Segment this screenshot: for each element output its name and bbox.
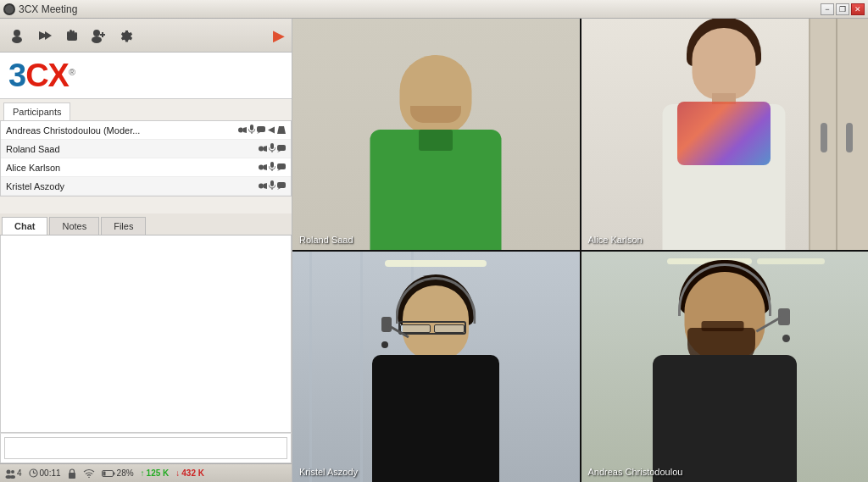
clock-item: 00:11 <box>29 468 61 478</box>
svg-marker-20 <box>268 126 275 133</box>
svg-point-28 <box>259 164 264 169</box>
svg-marker-29 <box>264 164 267 170</box>
person-figure-roland <box>351 30 520 250</box>
mic-icon <box>248 125 255 136</box>
video-cell-kristel: Kristel Aszody <box>292 252 580 483</box>
left-panel: ▶ 3CX® Participants Andreas Christodoulo… <box>0 19 292 482</box>
lens-left <box>400 324 431 333</box>
battery-icon <box>102 469 115 478</box>
participants-spacer <box>0 197 292 213</box>
chat-input[interactable] <box>4 437 287 459</box>
collapse-arrow[interactable]: ▶ <box>273 26 285 45</box>
svg-marker-35 <box>264 183 267 189</box>
mustache <box>701 321 743 331</box>
head <box>400 55 472 136</box>
body <box>372 355 499 482</box>
cabinet <box>809 19 868 250</box>
participant-icons <box>237 125 286 136</box>
participants-tab[interactable]: Participants <box>3 102 70 120</box>
video-label-andreas: Andreas Christodoulou <box>588 467 683 477</box>
logo-area: 3CX® <box>0 53 292 99</box>
chat-icon <box>277 181 286 191</box>
main-container: ▶ 3CX® Participants Andreas Christodoulo… <box>0 19 868 482</box>
svg-marker-33 <box>277 169 281 171</box>
upload-value: 125 K <box>147 468 170 478</box>
lock-icon <box>68 468 76 479</box>
download-arrow: ↓ <box>175 468 180 478</box>
svg-point-10 <box>93 30 100 36</box>
app-icon <box>3 3 15 15</box>
cam-icon <box>258 144 267 154</box>
person-figure-andreas <box>632 253 818 482</box>
participant-name: Andreas Christodoulou (Moder... <box>6 125 237 136</box>
participant-icons <box>258 180 286 191</box>
chat-content <box>0 235 292 433</box>
video-cell-andreas: Andreas Christodoulou <box>581 252 869 483</box>
clock-icon <box>29 468 38 478</box>
share-icon <box>267 125 275 136</box>
wifi-icon <box>83 468 95 478</box>
close-button[interactable]: ✕ <box>851 3 865 15</box>
svg-point-48 <box>88 477 90 478</box>
svg-marker-27 <box>277 151 281 152</box>
participant-count: 4 <box>5 468 22 479</box>
logo-cx-digit: CX <box>25 58 69 93</box>
participant-row: Alice Karlson <box>1 158 291 177</box>
minimize-button[interactable]: − <box>821 3 834 15</box>
forward-icon[interactable] <box>34 25 54 46</box>
tab-files[interactable]: Files <box>101 217 146 235</box>
restore-button[interactable]: ❐ <box>836 3 849 15</box>
chat-icon <box>277 144 286 154</box>
svg-rect-47 <box>69 473 75 479</box>
hand-icon[interactable] <box>61 25 81 46</box>
mic-icon <box>269 162 275 173</box>
participant-row: Andreas Christodoulou (Moder... <box>1 121 291 140</box>
add-person-icon[interactable] <box>88 25 108 46</box>
svg-rect-16 <box>250 125 253 130</box>
video-grid: Roland Saad <box>292 19 868 482</box>
svg-point-40 <box>7 469 11 474</box>
wifi-item <box>83 468 95 478</box>
settings-icon[interactable] <box>115 25 136 46</box>
participant-icons <box>258 162 286 173</box>
svg-marker-21 <box>277 126 286 134</box>
mic-icon <box>269 143 275 154</box>
participant-name: Kristel Aszody <box>6 181 258 191</box>
svg-point-22 <box>259 146 264 151</box>
chin <box>410 106 461 123</box>
head <box>693 28 756 100</box>
svg-point-43 <box>10 475 15 479</box>
chat-input-area <box>0 433 292 463</box>
timer-value: 00:11 <box>40 468 61 478</box>
lock-item <box>68 468 76 479</box>
cabinet-divider <box>836 19 837 250</box>
mic-icon <box>269 180 275 191</box>
participants-section: Participants Andreas Christodoulou (Mode… <box>0 99 292 197</box>
status-bar: 4 00:11 <box>0 463 292 482</box>
cabinet-handle-right <box>846 123 853 152</box>
collar <box>419 130 453 151</box>
video-label-alice: Alice Karlson <box>588 235 643 245</box>
chat-tabs: Chat Notes Files <box>0 213 292 235</box>
svg-rect-30 <box>270 162 274 168</box>
title-bar: 3CX Meeting − ❐ ✕ <box>0 0 868 19</box>
people-icon <box>5 468 15 479</box>
titlebar-left: 3CX Meeting <box>3 3 77 15</box>
svg-rect-26 <box>277 145 286 151</box>
participant-count-value: 4 <box>17 468 22 478</box>
svg-rect-36 <box>270 180 274 186</box>
cam-icon <box>237 125 247 136</box>
video-label-roland: Roland Saad <box>299 235 353 245</box>
body <box>653 355 797 482</box>
battery-percent: 28% <box>117 468 134 478</box>
svg-rect-6 <box>72 30 75 36</box>
battery-item: 28% <box>102 468 134 478</box>
svg-rect-32 <box>277 163 286 169</box>
person-icon[interactable] <box>7 25 27 46</box>
svg-point-42 <box>11 470 14 474</box>
download-value: 432 K <box>181 468 204 478</box>
scarf <box>677 102 771 165</box>
tab-chat[interactable]: Chat <box>2 217 47 235</box>
toolbar: ▶ <box>0 19 292 53</box>
tab-notes[interactable]: Notes <box>49 217 99 235</box>
